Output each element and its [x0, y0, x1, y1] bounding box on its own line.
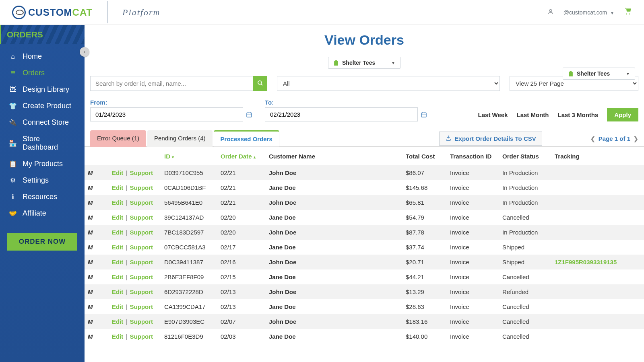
col-transaction[interactable]: Transaction ID — [447, 147, 499, 165]
support-link[interactable]: Support — [130, 333, 153, 340]
cell-id: 0CAD106D1BF — [161, 180, 217, 195]
sidebar-item-create-product[interactable]: 👕Create Product — [0, 98, 85, 114]
support-link[interactable]: Support — [130, 199, 153, 206]
sidebar-item-orders[interactable]: ≣Orders — [0, 65, 85, 81]
sidebar-item-affiliate[interactable]: 🤝Affiliate — [0, 205, 85, 222]
support-link[interactable]: Support — [130, 303, 153, 310]
edit-link[interactable]: Edit — [112, 244, 123, 251]
date-from-input[interactable] — [90, 107, 243, 121]
brand-logo[interactable]: CUSTOMCAT — [12, 6, 93, 19]
caret-down-icon: ▼ — [610, 11, 614, 15]
edit-link[interactable]: Edit — [112, 303, 123, 310]
search-input[interactable] — [90, 76, 253, 91]
cell-customer: John Doe — [269, 318, 296, 325]
brand-cat: CAT — [72, 7, 93, 18]
sidebar-item-label: Store Dashboard — [23, 135, 76, 152]
export-csv-button[interactable]: Export Order Details To CSV — [439, 132, 542, 146]
cell-date: 02/21 — [217, 195, 266, 210]
cell-status: Cancelled — [499, 210, 551, 225]
account-menu[interactable]: @customcat.com ▼ — [564, 9, 614, 16]
cell-customer: Jane Doe — [269, 214, 296, 221]
sidebar-item-label: Connect Store — [23, 118, 69, 127]
support-link[interactable]: Support — [130, 214, 153, 221]
pager-prev[interactable]: ❮ — [590, 136, 595, 142]
last-week-link[interactable]: Last Week — [478, 111, 508, 118]
sidebar-item-resources[interactable]: ℹResources — [0, 189, 85, 205]
cart-icon[interactable] — [624, 7, 632, 17]
edit-link[interactable]: Edit — [112, 318, 123, 325]
cell-customer: John Doe — [269, 229, 296, 236]
sidebar-item-design-library[interactable]: 🖼Design Library — [0, 81, 85, 98]
sidebar-item-store-dashboard[interactable]: 🏪Store Dashboard — [0, 131, 85, 156]
table-row: MEdit | Support07CBCC581A302/17Jane Doe$… — [85, 240, 644, 255]
col-tracking[interactable]: Tracking — [551, 147, 644, 165]
support-link[interactable]: Support — [130, 184, 153, 191]
cell-transaction: Invoice — [447, 284, 499, 299]
edit-link[interactable]: Edit — [112, 288, 123, 295]
sidebar-item-my-products[interactable]: 📋My Products — [0, 156, 85, 172]
col-customer[interactable]: Customer Name — [266, 147, 402, 165]
edit-link[interactable]: Edit — [112, 333, 123, 340]
sidebar-item-label: Orders — [23, 69, 45, 77]
cell-transaction: Invoice — [447, 255, 499, 269]
cell-transaction: Invoice — [447, 269, 499, 284]
edit-link[interactable]: Edit — [112, 274, 123, 280]
store-select-top[interactable]: Shelter Tees ▼ — [563, 68, 635, 80]
edit-link[interactable]: Edit — [112, 169, 123, 176]
quick-dates: Last Week Last Month Last 3 Months Apply — [478, 108, 638, 121]
filter-select[interactable]: All — [277, 76, 500, 91]
col-status[interactable]: Order Status — [499, 147, 551, 165]
search-button[interactable] — [253, 76, 267, 91]
edit-link[interactable]: Edit — [112, 184, 123, 191]
col-total[interactable]: Total Cost — [402, 147, 447, 165]
manual-flag: M — [88, 214, 93, 221]
cell-customer: John Doe — [269, 259, 296, 265]
tab-pending-orders[interactable]: Pending Orders (4) — [147, 130, 213, 147]
date-to-input[interactable] — [265, 107, 418, 121]
sidebar-item-home[interactable]: ⌂Home — [0, 48, 85, 65]
col-id[interactable]: ID ▾ — [161, 147, 217, 165]
cell-total: $86.07 — [402, 165, 447, 180]
sidebar-item-label: Create Product — [23, 102, 71, 110]
brand-custom: CUSTOM — [28, 7, 72, 18]
tab-processed-orders[interactable]: Processed Orders — [214, 130, 279, 147]
pager-next[interactable]: ❯ — [634, 136, 638, 142]
apply-button[interactable]: Apply — [607, 108, 638, 121]
tracking-link[interactable]: 1Z1F995R0393319135 — [555, 259, 617, 265]
edit-link[interactable]: Edit — [112, 259, 123, 265]
tab-error-queue[interactable]: Error Queue (1) — [90, 130, 146, 147]
date-from-label: From: — [90, 99, 255, 106]
order-now-button[interactable]: ORDER NOW — [7, 233, 77, 251]
edit-link[interactable]: Edit — [112, 199, 123, 206]
support-link[interactable]: Support — [130, 169, 153, 176]
last-3-months-link[interactable]: Last 3 Months — [557, 111, 598, 118]
support-link[interactable]: Support — [130, 244, 153, 251]
divider: | — [124, 244, 129, 251]
col-order-date[interactable]: Order Date ▴ — [217, 147, 266, 165]
last-month-link[interactable]: Last Month — [516, 111, 549, 118]
support-link[interactable]: Support — [130, 259, 153, 265]
sidebar-item-label: My Products — [23, 160, 63, 168]
table-row: MEdit | Support56495B641E002/21John Doe$… — [85, 195, 644, 210]
support-link[interactable]: Support — [130, 274, 153, 280]
cell-status: In Production — [499, 165, 551, 180]
date-to-label: To: — [265, 99, 430, 106]
support-link[interactable]: Support — [130, 288, 153, 295]
store-select-center[interactable]: Shelter Tees ▼ — [328, 57, 400, 69]
sidebar-item-connect-store[interactable]: 🔌Connect Store — [0, 114, 85, 131]
calendar-icon[interactable] — [418, 107, 430, 121]
table-row: MEdit | SupportCA1399CDA1702/13Jane Doe$… — [85, 299, 644, 314]
support-link[interactable]: Support — [130, 229, 153, 236]
user-icon[interactable] — [547, 8, 554, 16]
manual-flag: M — [88, 244, 93, 251]
cell-status: In Production — [499, 195, 551, 210]
edit-link[interactable]: Edit — [112, 214, 123, 221]
sidebar-item-settings[interactable]: ⚙Settings — [0, 172, 85, 189]
support-link[interactable]: Support — [130, 318, 153, 325]
edit-link[interactable]: Edit — [112, 229, 123, 236]
cell-id: E907D3903EC — [161, 314, 217, 329]
cell-total: $183.16 — [402, 314, 447, 329]
cell-customer: John Doe — [269, 288, 296, 295]
download-icon — [445, 135, 452, 142]
calendar-icon[interactable] — [243, 107, 255, 121]
